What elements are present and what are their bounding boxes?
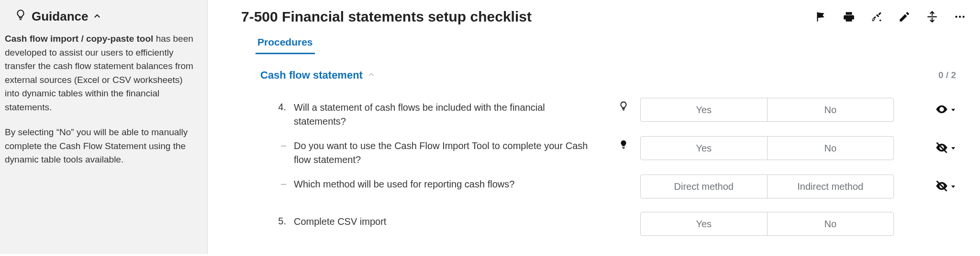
guidance-title: Guidance [32, 9, 88, 24]
guidance-toggle[interactable] [612, 136, 635, 150]
question-row: – Which method will be used for reportin… [241, 171, 975, 202]
print-icon[interactable] [842, 10, 856, 23]
chevron-up-icon [93, 9, 101, 24]
tab-procedures[interactable]: Procedures [256, 34, 315, 54]
edit-icon[interactable] [898, 10, 911, 23]
visibility-menu[interactable] [935, 103, 956, 118]
section-title-text: Cash flow statement [260, 69, 363, 81]
visibility-menu[interactable] [935, 141, 956, 156]
flag-icon[interactable] [814, 10, 828, 23]
svg-marker-11 [951, 147, 955, 150]
svg-rect-8 [622, 147, 625, 148]
question-number: 4. [260, 98, 289, 113]
answer-yes[interactable]: Yes [640, 212, 768, 236]
main-content: 7-500 Financial statements setup checkli… [208, 0, 980, 254]
question-number: – [260, 136, 289, 151]
caret-down-icon [950, 106, 956, 115]
tools-icon[interactable] [870, 10, 883, 23]
more-icon[interactable] [953, 10, 967, 23]
question-text: Do you want to use the Cash Flow Import … [294, 136, 607, 167]
answer-group: Yes No [640, 136, 894, 160]
question-number: 5. [260, 212, 289, 227]
answer-group: Direct method Indirect method [640, 175, 894, 198]
section-header-row: Cash flow statement 0 / 2 [241, 69, 975, 94]
answer-direct[interactable]: Direct method [640, 175, 768, 198]
question-row: – Do you want to use the Cash Flow Impor… [241, 132, 975, 171]
guidance-para1-rest: has been developed to assist our users t… [5, 34, 193, 112]
answer-group: Yes No [640, 98, 894, 122]
question-row: 4. Will a statement of cash flows be inc… [241, 94, 975, 132]
svg-point-6 [941, 108, 943, 111]
guidance-header[interactable]: Guidance [5, 7, 198, 32]
answer-indirect[interactable]: Indirect method [767, 175, 894, 198]
answer-no[interactable]: No [767, 136, 894, 160]
guidance-toggle[interactable] [612, 98, 635, 111]
eye-icon [935, 103, 948, 118]
lightbulb-icon [14, 9, 27, 24]
question-text: Will a statement of cash flows be includ… [294, 98, 607, 128]
visibility-menu[interactable] [935, 179, 956, 195]
chevron-up-icon [368, 69, 375, 81]
collapse-icon[interactable] [925, 10, 939, 23]
tab-strip: Procedures [241, 34, 975, 55]
toolbar [814, 10, 975, 23]
section-toggle[interactable]: Cash flow statement [260, 69, 375, 81]
page-title: 7-500 Financial statements setup checkli… [241, 9, 532, 25]
answer-yes[interactable]: Yes [640, 98, 768, 122]
caret-down-icon [950, 144, 956, 153]
answer-no[interactable]: No [767, 98, 894, 122]
svg-point-3 [955, 16, 957, 18]
answer-yes[interactable]: Yes [640, 136, 768, 160]
caret-down-icon [950, 183, 956, 191]
question-row: 5. Complete CSV import Yes No [241, 202, 975, 240]
eye-off-icon [935, 179, 948, 195]
question-number: – [260, 175, 289, 189]
svg-point-4 [959, 16, 961, 18]
question-text: Which method will be used for reporting … [294, 175, 607, 191]
guidance-panel: Guidance Cash flow import / copy-paste t… [0, 0, 208, 254]
guidance-para2: By selecting “No” you will be able to ma… [5, 126, 198, 167]
page-header: 7-500 Financial statements setup checkli… [241, 9, 975, 25]
eye-off-icon [935, 141, 948, 156]
guidance-para1-bold: Cash flow import / copy-paste tool [5, 34, 153, 44]
guidance-body: Cash flow import / copy-paste tool has b… [5, 32, 198, 167]
answer-group: Yes No [640, 212, 894, 236]
svg-marker-13 [951, 186, 955, 188]
section-progress: 0 / 2 [938, 70, 956, 81]
answer-no[interactable]: No [767, 212, 894, 236]
svg-marker-7 [951, 109, 955, 111]
svg-rect-9 [623, 148, 624, 149]
question-text: Complete CSV import [294, 212, 607, 229]
svg-point-5 [962, 16, 964, 18]
